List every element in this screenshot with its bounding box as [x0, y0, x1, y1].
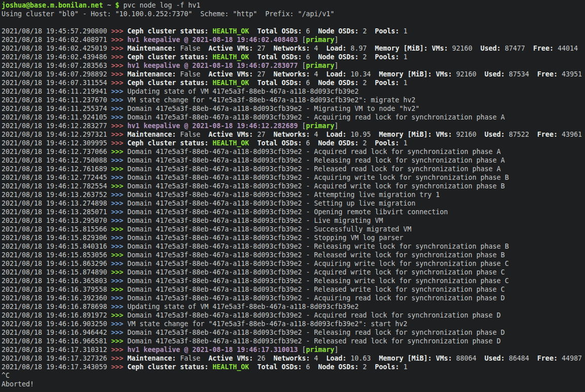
log-segment: 44987 [562, 355, 582, 362]
log-segment: HEALTH_OK [212, 139, 249, 147]
log-arrow-icon: >>> [111, 165, 127, 173]
log-segment: Pools: [375, 79, 404, 87]
log-timestamp: 2021/08/18 19:46:12.782554 [2, 182, 111, 190]
log-arrow-icon: >>> [111, 200, 127, 207]
log-segment: 1 [404, 53, 408, 61]
log-line: 2021/08/18 19:46:16.946442 >>> Domain 41… [2, 328, 585, 337]
log-arrow-icon: >>> [111, 88, 127, 95]
prompt-command: pvc node log -f hv1 [123, 2, 200, 9]
log-segment: Pools: [375, 27, 404, 35]
log-segment: False [180, 131, 208, 138]
log-segment: Pools: [375, 363, 404, 371]
log-timestamp: 2021/08/18 19:46:15.853056 [2, 251, 111, 259]
log-segment: Active VMs: [208, 131, 257, 138]
log-segment: 2 [363, 139, 375, 147]
log-segment: VMs: [436, 355, 456, 362]
log-arrow-icon: >>> [111, 182, 127, 190]
log-timestamp: 2021/08/18 19:46:11.237670 [2, 96, 111, 104]
log-segment: 6 [306, 363, 318, 371]
log-line: 2021/08/18 19:46:15.863296 >>> Domain 41… [2, 259, 585, 268]
log-timestamp: 2021/08/18 19:46:11.255374 [2, 105, 111, 112]
log-segment: [ [298, 36, 306, 44]
log-segment: Memory [MiB]: [379, 131, 436, 138]
log-arrow-icon: >>> [111, 131, 127, 138]
log-segment: Total OSDs: [257, 79, 306, 87]
log-segment: Domain 417e5a3f-88eb-467a-a118-8d093cfb3… [127, 277, 509, 285]
log-line: 2021/08/18 19:46:12.750088 >>> Domain 41… [2, 156, 585, 165]
log-segment: HEALTH_OK [212, 27, 249, 35]
log-segment: 86484 [509, 355, 537, 362]
log-segment: HEALTH_OK [212, 79, 249, 87]
log-segment: VMs: [436, 70, 456, 78]
log-segment: Free: [533, 45, 558, 52]
log-timestamp: 2021/08/18 19:46:11.924105 [2, 113, 111, 121]
log-line: 2021/08/18 19:46:07.298892 >>> Maintenan… [2, 70, 585, 79]
log-arrow-icon: >>> [111, 363, 127, 371]
log-timestamp: 2021/08/18 19:46:17.310312 [2, 346, 111, 354]
log-line: 2021/08/18 19:45:57.290800 >>> Ceph clus… [2, 27, 585, 35]
log-segment: Load: [326, 355, 351, 362]
log-arrow-icon: >>> [111, 148, 127, 155]
log-segment: [ [298, 122, 306, 130]
prompt-cwd: ~ [103, 2, 115, 9]
log-line: 2021/08/18 19:46:12.283277 >>> hv1 keepa… [2, 122, 585, 130]
log-arrow-icon: >>> [111, 303, 127, 310]
log-segment: Domain 417e5a3f-88eb-467a-a118-8d093cfb3… [127, 148, 501, 155]
log-timestamp: 2021/08/18 19:46:07.311554 [2, 79, 111, 87]
log-line: 2021/08/18 19:46:16.365803 >>> Domain 41… [2, 277, 585, 285]
log-segment: 88064 [456, 355, 485, 362]
log-segment: 87534 [509, 70, 537, 78]
log-arrow-icon: >>> [111, 96, 127, 104]
log-line: 2021/08/18 19:46:13.263752 >>> Domain 41… [2, 190, 585, 199]
prompt-dollar-symbol: $ [115, 2, 123, 9]
log-segment: primary [306, 122, 334, 130]
log-segment: Used: [485, 355, 509, 362]
log-arrow-icon: >>> [111, 27, 127, 35]
log-segment: Domain 417e5a3f-88eb-467a-a118-8d093cfb3… [127, 311, 501, 319]
log-timestamp: 2021/08/18 19:45:57.290800 [2, 27, 111, 35]
log-segment: hv1 keepalive @ 2021-08-18 19:46:07.2830… [127, 62, 298, 69]
log-segment: [ [298, 346, 306, 354]
log-segment: Networks: [273, 355, 314, 362]
log-segment: 27 [257, 45, 273, 52]
log-arrow-icon: >>> [111, 156, 127, 164]
log-segment: 2 [363, 27, 375, 35]
log-line: 2021/08/18 19:46:16.392360 >>> Domain 41… [2, 294, 585, 302]
log-timestamp: 2021/08/18 19:46:12.297321 [2, 131, 111, 138]
log-segment: Ceph cluster status: [127, 27, 212, 35]
log-segment: primary [306, 62, 334, 69]
log-segment: 92160 [456, 70, 485, 78]
log-segment: Node OSDs: [318, 139, 363, 147]
log-line: 2021/08/18 19:46:12.782554 >>> Domain 41… [2, 182, 585, 190]
prompt-user-host: joshua@base.m.bonilan.net [2, 2, 103, 9]
log-arrow-icon: >>> [111, 122, 127, 130]
log-segment: Node OSDs: [318, 363, 363, 371]
log-segment: HEALTH_OK [212, 53, 249, 61]
log-line: 2021/08/18 19:46:07.283563 >>> hv1 keepa… [2, 61, 585, 70]
log-arrow-icon: >>> [111, 208, 127, 216]
log-segment: Domain 417e5a3f-88eb-467a-a118-8d093cfb3… [127, 260, 509, 267]
log-segment: VMs: [436, 131, 456, 138]
log-segment: Ceph cluster status: [127, 363, 212, 371]
terminal: { "terminal": { "colors": { "background"… [0, 0, 585, 392]
log-arrow-icon: >>> [111, 311, 127, 319]
log-line: 2021/08/18 19:46:13.274898 >>> Domain 41… [2, 199, 585, 208]
log-segment: Total OSDs: [257, 139, 306, 147]
log-segment: Domain 417e5a3f-88eb-467a-a118-8d093cfb3… [127, 337, 501, 345]
log-arrow-icon: >>> [111, 243, 127, 250]
log-line: 2021/08/18 19:46:15.874890 >>> Domain 41… [2, 268, 585, 277]
log-line: 2021/08/18 19:46:13.285071 >>> Domain 41… [2, 208, 585, 216]
log-timestamp: 2021/08/18 19:46:02.425019 [2, 45, 111, 52]
log-timestamp: 2021/08/18 19:46:13.285071 [2, 208, 111, 216]
log-line: 2021/08/18 19:46:07.311554 >>> Ceph clus… [2, 79, 585, 87]
log-line: 2021/08/18 19:46:02.439486 >>> Ceph clus… [2, 53, 585, 61]
log-segment: ] [334, 62, 338, 69]
log-segment: Domain 417e5a3f-88eb-467a-a118-8d093cfb3… [127, 174, 509, 181]
log-line: 2021/08/18 19:46:11.219941 >>> Updating … [2, 87, 585, 96]
log-segment: Domain 417e5a3f-88eb-467a-a118-8d093cfb3… [127, 182, 505, 190]
log-segment: Updating state of VM 417e5a3f-88eb-467a-… [127, 303, 358, 310]
log-segment: 2 [363, 53, 375, 61]
log-timestamp: 2021/08/18 19:46:07.298892 [2, 70, 111, 78]
log-segment: 43961 [562, 131, 582, 138]
log-line: 2021/08/18 19:46:11.255374 >>> Domain 41… [2, 104, 585, 113]
